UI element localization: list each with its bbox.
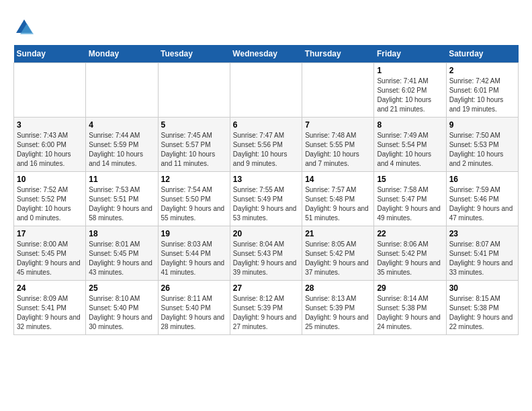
day-number: 5 — [161, 120, 227, 130]
calendar-cell: 26Sunrise: 8:11 AM Sunset: 5:40 PM Dayli… — [158, 281, 230, 335]
calendar-cell: 15Sunrise: 7:58 AM Sunset: 5:47 PM Dayli… — [374, 172, 446, 226]
day-info: Sunrise: 7:55 AM Sunset: 5:49 PM Dayligh… — [233, 185, 299, 223]
day-number: 15 — [377, 175, 443, 184]
calendar-cell: 20Sunrise: 8:04 AM Sunset: 5:43 PM Dayli… — [230, 226, 302, 281]
day-number: 29 — [377, 283, 443, 293]
day-info: Sunrise: 8:12 AM Sunset: 5:39 PM Dayligh… — [233, 294, 299, 332]
day-number: 3 — [17, 120, 83, 130]
calendar-cell: 28Sunrise: 8:13 AM Sunset: 5:39 PM Dayli… — [302, 281, 374, 335]
calendar-cell: 16Sunrise: 7:59 AM Sunset: 5:46 PM Dayli… — [446, 172, 518, 226]
day-info: Sunrise: 7:48 AM Sunset: 5:55 PM Dayligh… — [305, 131, 371, 169]
day-number: 20 — [233, 229, 299, 238]
day-info: Sunrise: 8:01 AM Sunset: 5:45 PM Dayligh… — [89, 240, 154, 277]
week-row-2: 10Sunrise: 7:52 AM Sunset: 5:52 PM Dayli… — [14, 172, 519, 226]
calendar-cell — [86, 63, 158, 118]
day-info: Sunrise: 7:50 AM Sunset: 5:53 PM Dayligh… — [449, 131, 515, 169]
calendar-cell: 21Sunrise: 8:05 AM Sunset: 5:42 PM Dayli… — [302, 226, 374, 281]
calendar-cell: 8Sunrise: 7:49 AM Sunset: 5:54 PM Daylig… — [374, 118, 446, 172]
day-number: 13 — [233, 175, 299, 184]
day-info: Sunrise: 7:44 AM Sunset: 5:59 PM Dayligh… — [89, 131, 154, 169]
calendar-cell — [158, 63, 230, 118]
day-number: 10 — [17, 175, 83, 184]
week-row-1: 3Sunrise: 7:43 AM Sunset: 6:00 PM Daylig… — [14, 118, 519, 172]
calendar-cell: 12Sunrise: 7:54 AM Sunset: 5:50 PM Dayli… — [158, 172, 230, 226]
calendar-cell: 27Sunrise: 8:12 AM Sunset: 5:39 PM Dayli… — [230, 281, 302, 335]
calendar-cell: 23Sunrise: 8:07 AM Sunset: 5:41 PM Dayli… — [446, 226, 518, 281]
calendar-cell: 14Sunrise: 7:57 AM Sunset: 5:48 PM Dayli… — [302, 172, 374, 226]
day-info: Sunrise: 8:15 AM Sunset: 5:38 PM Dayligh… — [449, 294, 515, 332]
day-info: Sunrise: 7:45 AM Sunset: 5:57 PM Dayligh… — [161, 131, 227, 169]
calendar-cell: 29Sunrise: 8:14 AM Sunset: 5:38 PM Dayli… — [374, 281, 446, 335]
header-day-friday: Friday — [374, 45, 446, 63]
day-info: Sunrise: 8:09 AM Sunset: 5:41 PM Dayligh… — [17, 294, 83, 332]
day-number: 19 — [161, 229, 227, 238]
calendar-cell: 6Sunrise: 7:47 AM Sunset: 5:56 PM Daylig… — [230, 118, 302, 172]
day-number: 18 — [89, 229, 154, 238]
day-number: 26 — [161, 283, 227, 293]
day-number: 7 — [305, 120, 371, 130]
day-number: 23 — [449, 229, 515, 238]
day-info: Sunrise: 8:06 AM Sunset: 5:42 PM Dayligh… — [377, 240, 443, 277]
calendar-cell: 11Sunrise: 7:53 AM Sunset: 5:51 PM Dayli… — [86, 172, 158, 226]
day-info: Sunrise: 8:10 AM Sunset: 5:40 PM Dayligh… — [89, 294, 154, 332]
day-info: Sunrise: 7:47 AM Sunset: 5:56 PM Dayligh… — [233, 131, 299, 169]
calendar-cell: 13Sunrise: 7:55 AM Sunset: 5:49 PM Dayli… — [230, 172, 302, 226]
header-day-tuesday: Tuesday — [158, 45, 230, 63]
day-info: Sunrise: 7:41 AM Sunset: 6:02 PM Dayligh… — [377, 77, 443, 114]
day-info: Sunrise: 8:03 AM Sunset: 5:44 PM Dayligh… — [161, 240, 227, 277]
week-row-0: 1Sunrise: 7:41 AM Sunset: 6:02 PM Daylig… — [14, 63, 519, 118]
day-info: Sunrise: 8:14 AM Sunset: 5:38 PM Dayligh… — [377, 294, 443, 332]
day-number: 6 — [233, 120, 299, 130]
header-day-wednesday: Wednesday — [230, 45, 302, 63]
calendar-cell: 17Sunrise: 8:00 AM Sunset: 5:45 PM Dayli… — [14, 226, 86, 281]
logo-icon — [13, 17, 35, 38]
day-info: Sunrise: 7:53 AM Sunset: 5:51 PM Dayligh… — [89, 185, 154, 223]
day-number: 8 — [377, 120, 443, 130]
day-info: Sunrise: 8:00 AM Sunset: 5:45 PM Dayligh… — [17, 240, 83, 277]
day-number: 14 — [305, 175, 371, 184]
header-day-thursday: Thursday — [302, 45, 374, 63]
calendar-cell: 4Sunrise: 7:44 AM Sunset: 5:59 PM Daylig… — [86, 118, 158, 172]
week-row-4: 24Sunrise: 8:09 AM Sunset: 5:41 PM Dayli… — [14, 281, 519, 335]
header-row: SundayMondayTuesdayWednesdayThursdayFrid… — [14, 45, 519, 63]
day-info: Sunrise: 7:49 AM Sunset: 5:54 PM Dayligh… — [377, 131, 443, 169]
day-info: Sunrise: 7:57 AM Sunset: 5:48 PM Dayligh… — [305, 185, 371, 223]
page-header — [13, 13, 519, 38]
header-day-sunday: Sunday — [14, 45, 86, 63]
calendar-cell: 5Sunrise: 7:45 AM Sunset: 5:57 PM Daylig… — [158, 118, 230, 172]
day-info: Sunrise: 7:58 AM Sunset: 5:47 PM Dayligh… — [377, 185, 443, 223]
day-info: Sunrise: 8:05 AM Sunset: 5:42 PM Dayligh… — [305, 240, 371, 277]
day-number: 22 — [377, 229, 443, 238]
calendar-cell: 3Sunrise: 7:43 AM Sunset: 6:00 PM Daylig… — [14, 118, 86, 172]
day-info: Sunrise: 7:59 AM Sunset: 5:46 PM Dayligh… — [449, 185, 515, 223]
day-info: Sunrise: 8:13 AM Sunset: 5:39 PM Dayligh… — [305, 294, 371, 332]
day-number: 28 — [305, 283, 371, 293]
calendar-cell: 18Sunrise: 8:01 AM Sunset: 5:45 PM Dayli… — [86, 226, 158, 281]
calendar-cell: 25Sunrise: 8:10 AM Sunset: 5:40 PM Dayli… — [86, 281, 158, 335]
calendar-cell: 10Sunrise: 7:52 AM Sunset: 5:52 PM Dayli… — [14, 172, 86, 226]
day-info: Sunrise: 7:43 AM Sunset: 6:00 PM Dayligh… — [17, 131, 83, 169]
header-day-monday: Monday — [86, 45, 158, 63]
day-number: 11 — [89, 175, 154, 184]
logo — [13, 17, 38, 38]
day-info: Sunrise: 8:04 AM Sunset: 5:43 PM Dayligh… — [233, 240, 299, 277]
calendar-cell — [14, 63, 86, 118]
calendar-cell — [230, 63, 302, 118]
calendar-cell: 24Sunrise: 8:09 AM Sunset: 5:41 PM Dayli… — [14, 281, 86, 335]
day-info: Sunrise: 8:11 AM Sunset: 5:40 PM Dayligh… — [161, 294, 227, 332]
day-number: 24 — [17, 283, 83, 293]
calendar-cell: 1Sunrise: 7:41 AM Sunset: 6:02 PM Daylig… — [374, 63, 446, 118]
day-info: Sunrise: 8:07 AM Sunset: 5:41 PM Dayligh… — [449, 240, 515, 277]
calendar-cell: 22Sunrise: 8:06 AM Sunset: 5:42 PM Dayli… — [374, 226, 446, 281]
day-number: 30 — [449, 283, 515, 293]
calendar-cell: 19Sunrise: 8:03 AM Sunset: 5:44 PM Dayli… — [158, 226, 230, 281]
calendar-cell: 2Sunrise: 7:42 AM Sunset: 6:01 PM Daylig… — [446, 63, 518, 118]
day-info: Sunrise: 7:52 AM Sunset: 5:52 PM Dayligh… — [17, 185, 83, 223]
calendar-cell: 30Sunrise: 8:15 AM Sunset: 5:38 PM Dayli… — [446, 281, 518, 335]
calendar-cell: 7Sunrise: 7:48 AM Sunset: 5:55 PM Daylig… — [302, 118, 374, 172]
header-day-saturday: Saturday — [446, 45, 518, 63]
calendar-table: SundayMondayTuesdayWednesdayThursdayFrid… — [13, 45, 519, 335]
day-info: Sunrise: 7:42 AM Sunset: 6:01 PM Dayligh… — [449, 77, 515, 114]
calendar-cell: 9Sunrise: 7:50 AM Sunset: 5:53 PM Daylig… — [446, 118, 518, 172]
week-row-3: 17Sunrise: 8:00 AM Sunset: 5:45 PM Dayli… — [14, 226, 519, 281]
